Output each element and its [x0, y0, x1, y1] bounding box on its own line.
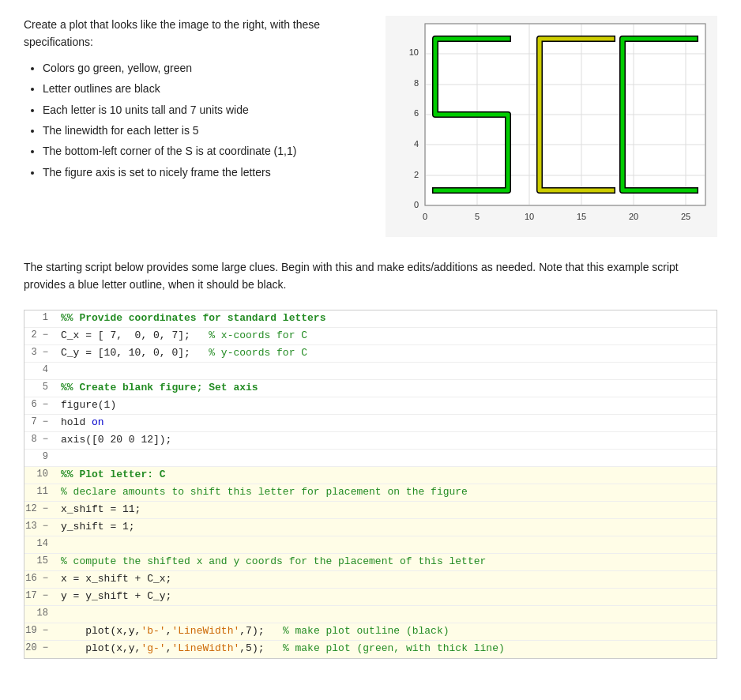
code-editor: 1 %% Provide coordinates for standard le… [24, 310, 717, 659]
line-content-15: % compute the shifted x and y coords for… [56, 554, 717, 569]
code-line-19: 19 − plot(x,y,'b-','LineWidth',7); % mak… [24, 623, 717, 641]
line-num-11: 11 [24, 484, 56, 497]
line-content-12: x_shift = 11; [56, 502, 717, 517]
line-content-1: %% Provide coordinates for standard lett… [56, 310, 717, 326]
line-content-10: %% Plot letter: C [56, 467, 717, 482]
code-line-6: 6 − figure(1) [24, 397, 717, 415]
code-line-13: 13 − y_shift = 1; [24, 519, 717, 536]
line-num-18: 18 [24, 606, 56, 619]
bullet-1: Colors go green, yellow, green [43, 59, 370, 77]
line-num-12: 12 − [24, 502, 56, 514]
line-num-13: 13 − [24, 519, 56, 532]
code-line-7: 7 − hold on [24, 415, 717, 432]
line-num-8: 8 − [24, 432, 56, 445]
line-content-16: x = x_shift + C_x; [56, 571, 717, 586]
svg-text:6: 6 [414, 108, 419, 118]
svg-text:10: 10 [409, 47, 419, 57]
code-line-8: 8 − axis([0 20 0 12]); [24, 432, 717, 450]
bullet-3: Each letter is 10 units tall and 7 units… [43, 101, 370, 119]
line-content-13: y_shift = 1; [56, 519, 717, 534]
instructions-intro: Create a plot that looks like the image … [24, 16, 370, 51]
line-content-14 [56, 536, 717, 540]
svg-text:5: 5 [475, 212, 480, 221]
code-line-12: 12 − x_shift = 11; [24, 502, 717, 519]
code-line-3: 3 − C_y = [10, 10, 0, 0]; % y-coords for… [24, 345, 717, 363]
line-content-8: axis([0 20 0 12]); [56, 432, 717, 447]
svg-text:25: 25 [681, 212, 690, 221]
line-content-5: %% Create blank figure; Set axis [56, 380, 717, 395]
code-line-14: 14 [24, 536, 717, 554]
svg-text:0: 0 [423, 212, 427, 221]
code-line-20: 20 − plot(x,y,'g-','LineWidth',5); % mak… [24, 641, 717, 658]
line-num-4: 4 [24, 363, 56, 375]
line-num-14: 14 [24, 536, 56, 549]
bullet-6: The figure axis is set to nicely frame t… [43, 164, 370, 181]
line-num-16: 16 − [24, 571, 56, 584]
line-num-17: 17 − [24, 589, 56, 601]
line-num-20: 20 − [24, 641, 56, 653]
top-section: Create a plot that looks like the image … [24, 16, 717, 239]
code-line-11: 11 % declare amounts to shift this lette… [24, 484, 717, 502]
bullet-4: The linewidth for each letter is 5 [43, 122, 370, 139]
code-line-2: 2 − C_x = [ 7, 0, 0, 7]; % x-coords for … [24, 328, 717, 345]
code-line-16: 16 − x = x_shift + C_x; [24, 571, 717, 589]
code-line-9: 9 [24, 450, 717, 467]
code-line-15: 15 % compute the shifted x and y coords … [24, 554, 717, 571]
code-line-5: 5 %% Create blank figure; Set axis [24, 380, 717, 397]
line-num-2: 2 − [24, 328, 56, 341]
code-line-18: 18 [24, 606, 717, 623]
code-line-4: 4 [24, 363, 717, 380]
line-content-2: C_x = [ 7, 0, 0, 7]; % x-coords for C [56, 328, 717, 343]
bullet-2: Letter outlines are black [43, 80, 370, 97]
svg-text:2: 2 [414, 170, 419, 179]
line-num-6: 6 − [24, 397, 56, 410]
line-content-3: C_y = [10, 10, 0, 0]; % y-coords for C [56, 345, 717, 360]
plot-svg: 0 2 4 6 8 10 0 5 10 15 20 25 [386, 16, 717, 237]
line-content-6: figure(1) [56, 397, 717, 412]
svg-text:8: 8 [414, 78, 419, 88]
description-text: The starting script below provides some … [24, 258, 717, 294]
line-num-3: 3 − [24, 345, 56, 358]
line-content-7: hold on [56, 415, 717, 430]
line-num-5: 5 [24, 380, 56, 393]
chart-area: 0 2 4 6 8 10 0 5 10 15 20 25 [386, 16, 717, 239]
instructions-panel: Create a plot that looks like the image … [24, 16, 370, 239]
code-line-17: 17 − y = y_shift + C_y; [24, 589, 717, 606]
line-content-17: y = y_shift + C_y; [56, 589, 717, 604]
svg-text:4: 4 [414, 139, 419, 149]
line-content-19: plot(x,y,'b-','LineWidth',7); % make plo… [56, 623, 717, 638]
line-content-11: % declare amounts to shift this letter f… [56, 484, 717, 499]
line-num-7: 7 − [24, 415, 56, 427]
svg-text:0: 0 [414, 200, 419, 209]
line-content-18 [56, 606, 717, 609]
svg-text:20: 20 [629, 212, 638, 221]
line-num-19: 19 − [24, 623, 56, 636]
line-content-20: plot(x,y,'g-','LineWidth',5); % make plo… [56, 641, 717, 656]
line-num-10: 10 [24, 467, 56, 480]
line-num-15: 15 [24, 554, 56, 566]
svg-text:10: 10 [525, 212, 534, 221]
code-line-1: 1 %% Provide coordinates for standard le… [24, 310, 717, 328]
line-num-1: 1 [24, 310, 56, 323]
line-content-4 [56, 363, 717, 366]
bullet-5: The bottom-left corner of the S is at co… [43, 142, 370, 160]
line-content-9 [56, 450, 717, 453]
code-line-10: 10 %% Plot letter: C [24, 467, 717, 484]
line-num-9: 9 [24, 450, 56, 462]
instructions-list: Colors go green, yellow, green Letter ou… [24, 59, 370, 181]
svg-text:15: 15 [577, 212, 586, 221]
